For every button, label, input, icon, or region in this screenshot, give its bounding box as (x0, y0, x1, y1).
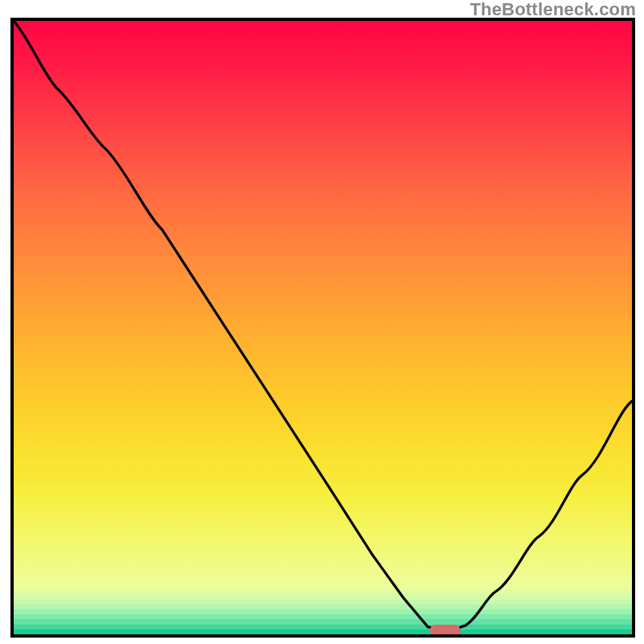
chart-background-gradient (14, 21, 632, 634)
watermark-text: TheBottleneck.com (470, 0, 636, 20)
optimal-point-marker (430, 625, 460, 636)
gradient-upper (14, 21, 632, 584)
chart-stage: TheBottleneck.com (0, 0, 644, 644)
gradient-green-bands (14, 584, 632, 634)
